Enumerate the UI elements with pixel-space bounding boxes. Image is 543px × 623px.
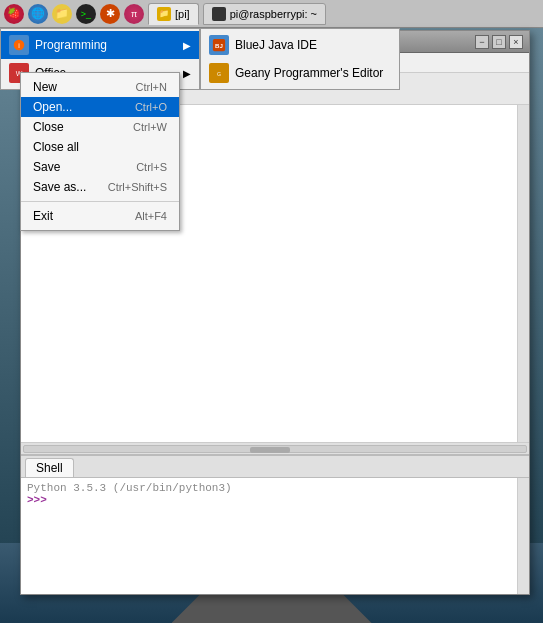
geany-icon: G [209,63,229,83]
svg-text:G: G [217,71,221,77]
save-as-label: Save as... [33,180,86,194]
office-submenu-arrow: ▶ [183,68,191,79]
programming-menu-item[interactable]: i Programming ▶ [1,31,199,59]
new-label: New [33,80,57,94]
save-menu-item[interactable]: Save Ctrl+S [21,157,179,177]
exit-label: Exit [33,209,53,223]
folder-icon[interactable]: 📁 [52,4,72,24]
scrollbar-thumb[interactable] [250,447,290,453]
submenu-arrow: ▶ [183,40,191,51]
save-as-shortcut: Ctrl+Shift+S [108,181,167,193]
terminal-tab-icon [212,7,226,21]
pi-folder-tab-icon: 📁 [157,7,171,21]
terminal-tab-label: pi@raspberrypi: ~ [230,8,317,20]
terminal-tab[interactable]: pi@raspberrypi: ~ [203,3,326,25]
new-menu-item[interactable]: New Ctrl+N [21,77,179,97]
geany-menu-item[interactable]: G Geany Programmer's Editor [201,59,399,87]
shell-content[interactable]: Python 3.5.3 (/usr/bin/python3) >>> [21,478,529,594]
close-all-menu-item[interactable]: Close all [21,137,179,157]
shell-scrollbar[interactable] [517,478,529,594]
taskbar: 🍓 🌐 📁 >_ ✱ π 📁 [pi] pi@raspberrypi: ~ [0,0,543,28]
close-all-label: Close all [33,140,79,154]
maximize-button[interactable]: □ [492,35,506,49]
save-label: Save [33,160,60,174]
globe-icon[interactable]: 🌐 [28,4,48,24]
scrollbar-track[interactable] [23,445,527,453]
bluej-menu-item[interactable]: BJ BlueJ Java IDE [201,31,399,59]
save-as-menu-item[interactable]: Save as... Ctrl+Shift+S [21,177,179,197]
window-controls: − □ × [475,35,523,49]
editor-scrollbar-horizontal[interactable] [21,442,529,454]
exit-menu-item[interactable]: Exit Alt+F4 [21,206,179,226]
shell-area: Shell Python 3.5.3 (/usr/bin/python3) >>… [21,454,529,594]
terminal-icon[interactable]: >_ [76,4,96,24]
shell-prompt[interactable]: >>> [27,494,523,506]
close-shortcut: Ctrl+W [133,121,167,133]
asterisk-icon[interactable]: ✱ [100,4,120,24]
programming-label: Programming [35,38,107,52]
file-dropdown-menu: New Ctrl+N Open... Ctrl+O Close Ctrl+W C… [20,72,180,231]
svg-text:BJ: BJ [215,42,223,49]
shell-tab-bar: Shell [21,456,529,478]
raspberry-icon[interactable]: 🍓 [4,4,24,24]
save-shortcut: Ctrl+S [136,161,167,173]
editor-scrollbar-vertical[interactable] [517,105,529,442]
pi-folder-tab[interactable]: 📁 [pi] [148,3,199,25]
open-menu-item[interactable]: Open... Ctrl+O [21,97,179,117]
ide-submenu: BJ BlueJ Java IDE G Geany Programmer's E… [200,28,400,90]
bluej-label: BlueJ Java IDE [235,38,317,52]
close-label: Close [33,120,64,134]
shell-tab[interactable]: Shell [25,458,74,477]
geany-label: Geany Programmer's Editor [235,66,383,80]
pi-folder-tab-label: [pi] [175,8,190,20]
close-button[interactable]: × [509,35,523,49]
pi-circle-icon[interactable]: π [124,4,144,24]
menu-separator [21,201,179,202]
programming-icon: i [9,35,29,55]
new-shortcut: Ctrl+N [136,81,167,93]
open-shortcut: Ctrl+O [135,101,167,113]
open-label: Open... [33,100,72,114]
bluej-icon: BJ [209,35,229,55]
exit-shortcut: Alt+F4 [135,210,167,222]
python-version: Python 3.5.3 (/usr/bin/python3) [27,482,523,494]
close-menu-item[interactable]: Close Ctrl+W [21,117,179,137]
minimize-button[interactable]: − [475,35,489,49]
